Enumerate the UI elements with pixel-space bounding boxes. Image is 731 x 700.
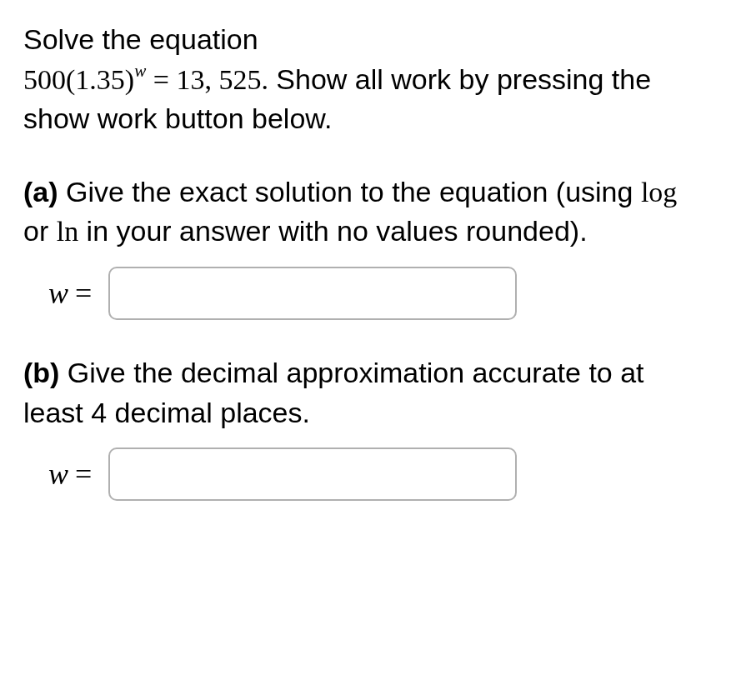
part-b-answer-row: w = [23, 448, 708, 501]
part-a-prompt: (a) Give the exact solution to the equat… [23, 172, 708, 252]
ln-text: ln [57, 216, 78, 247]
part-b-text: Give the decimal approximation accurate … [23, 357, 644, 428]
part-a-label: (a) [23, 176, 58, 208]
eq-base: 1.35 [75, 64, 125, 95]
eq-coef: 500 [23, 64, 66, 95]
part-a-answer-row: w = [23, 267, 708, 320]
part-a-equals: = [75, 272, 92, 314]
part-b: (b) Give the decimal approximation accur… [23, 353, 708, 501]
part-b-label: (b) [23, 357, 59, 388]
part-b-prompt: (b) Give the decimal approximation accur… [23, 353, 708, 432]
eq-period: . [261, 64, 268, 95]
eq-paren-close: ) [125, 64, 134, 95]
part-b-input[interactable] [108, 448, 517, 501]
part-a: (a) Give the exact solution to the equat… [23, 172, 708, 320]
part-a-var: w [48, 272, 68, 314]
part-a-text-after: in your answer with no values rounded). [78, 215, 587, 247]
equation: 500(1.35)w = 13, 525 [23, 60, 261, 100]
part-a-text-before: Give the exact solution to the equation … [58, 176, 641, 208]
part-a-input[interactable] [108, 267, 517, 320]
intro-text: Solve the equation [23, 23, 258, 55]
eq-rhs: 13, 525 [176, 64, 261, 95]
problem-statement: Solve the equation 500(1.35)w = 13, 525.… [23, 20, 708, 139]
part-b-equals: = [75, 453, 92, 495]
part-b-var: w [48, 453, 68, 495]
eq-exponent: w [134, 61, 146, 81]
eq-paren-open: ( [66, 64, 75, 95]
eq-equals: = [146, 64, 176, 95]
log-text: log [641, 177, 677, 208]
part-a-text-between: or [23, 215, 57, 247]
